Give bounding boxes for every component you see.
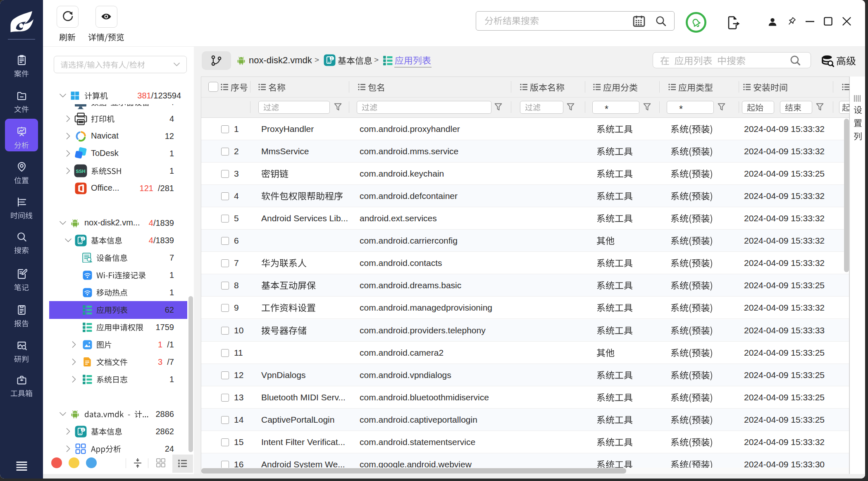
svg-text:SSH: SSH: [76, 169, 85, 174]
